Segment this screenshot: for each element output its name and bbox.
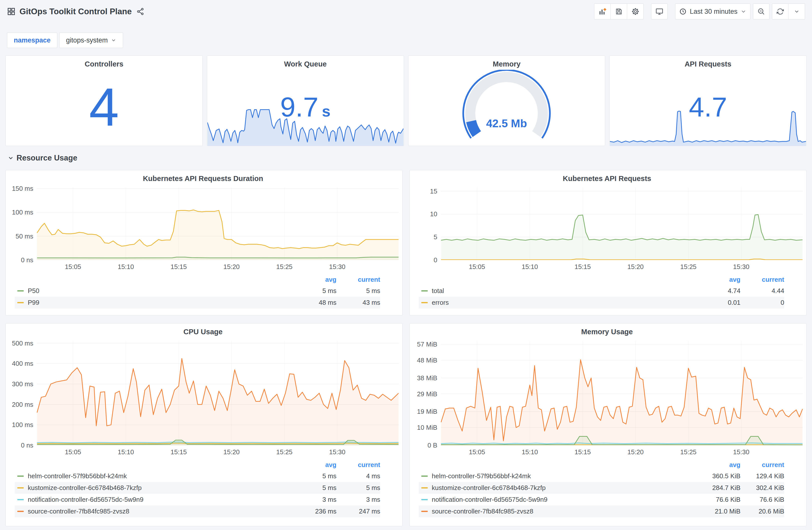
panel-title[interactable]: API Requests <box>610 56 806 70</box>
variable-label-namespace[interactable]: namespace <box>7 32 57 48</box>
series-current-value: 76.6 KiB <box>740 496 784 503</box>
x-tick-label: 15:25 <box>680 448 696 456</box>
top-bar: GitOps Toolkit Control Plane <box>5 0 807 23</box>
y-tick-label: 500 ms <box>12 339 33 347</box>
time-range-label: Last 30 minutes <box>690 8 738 15</box>
save-dashboard-button[interactable] <box>611 3 627 19</box>
series-avg-value: 48 ms <box>299 299 336 307</box>
page-title: GitOps Toolkit Control Plane <box>19 7 132 16</box>
plot-area[interactable] <box>37 341 399 445</box>
series-label[interactable]: helm-controller-57f9b56bbf-k24mk <box>432 472 703 480</box>
legend-sort-avg[interactable]: avg <box>703 461 740 469</box>
panel-title[interactable]: Kubernetes API Requests <box>411 170 803 184</box>
api-requests-value: 4.7 <box>610 93 806 121</box>
add-panel-button[interactable] <box>594 3 611 19</box>
series-avg-value: 5 ms <box>299 287 336 295</box>
share-icon[interactable] <box>136 8 144 15</box>
x-tick-label: 15:10 <box>522 263 538 271</box>
legend-row: kustomize-controller-6c6784b468-7kzfp5 m… <box>15 482 380 494</box>
legend-sort-avg[interactable]: avg <box>703 276 740 283</box>
legend-row: kustomize-controller-6c6784b468-7kzfp284… <box>419 482 784 494</box>
x-tick-label: 15:20 <box>627 263 644 271</box>
cycle-view-mode-button[interactable] <box>651 3 668 19</box>
series-color-dash <box>17 487 24 488</box>
x-axis: 15:0515:1015:1515:2015:2515:30 <box>37 260 399 271</box>
panel-title[interactable]: Work Queue <box>207 56 404 70</box>
legend: avgcurrenthelm-controller-57f9b56bbf-k24… <box>15 459 380 517</box>
refresh-interval-dropdown[interactable] <box>788 3 805 19</box>
x-tick-label: 15:30 <box>329 263 346 271</box>
y-tick-label: 0 B <box>427 442 437 449</box>
panel-k8s-api-requests-duration: Kubernetes API Requests Duration 0 ns50 … <box>5 170 403 315</box>
legend-sort-current[interactable]: current <box>336 461 380 469</box>
series-label[interactable]: P50 <box>28 287 299 295</box>
time-range-picker[interactable]: Last 30 minutes <box>675 3 751 19</box>
panel-title[interactable]: Memory Usage <box>411 324 803 337</box>
plot-area[interactable] <box>441 341 803 445</box>
x-tick-label: 15:20 <box>223 448 240 456</box>
y-axis: 0 ns100 ms200 ms300 ms400 ms500 ms <box>7 341 37 445</box>
y-tick-label: 300 ms <box>12 380 33 388</box>
panel-title[interactable]: Controllers <box>6 56 202 70</box>
plot-area[interactable] <box>37 188 399 260</box>
y-tick-label: 15 <box>430 188 437 195</box>
series-current-value: 3 ms <box>336 496 380 503</box>
series-color-dash <box>421 487 428 488</box>
legend-row: P9948 ms43 ms <box>15 297 380 309</box>
legend-sort-current[interactable]: current <box>740 276 784 283</box>
series-label[interactable]: total <box>432 287 703 295</box>
series-current-value: 20.6 MiB <box>740 507 784 515</box>
refresh-button[interactable] <box>772 3 788 19</box>
legend-sort-current[interactable]: current <box>336 276 380 283</box>
series-label[interactable]: kustomize-controller-6c6784b468-7kzfp <box>432 484 703 492</box>
y-tick-label: 0 ns <box>21 442 33 449</box>
panel-title[interactable]: Kubernetes API Requests Duration <box>7 170 399 184</box>
panel-title[interactable]: Memory <box>408 56 605 70</box>
work-queue-value: 9.7s <box>207 93 404 121</box>
dashboard-settings-button[interactable] <box>627 3 644 19</box>
zoom-out-button[interactable] <box>753 3 769 19</box>
chevron-down-icon <box>8 155 14 161</box>
y-tick-label: 19 MiB <box>417 408 437 415</box>
series-label[interactable]: source-controller-7fb84fc985-zvsz8 <box>432 507 703 515</box>
x-tick-label: 15:05 <box>469 448 485 456</box>
x-tick-label: 15:30 <box>329 448 346 456</box>
y-tick-label: 0 ns <box>21 256 33 264</box>
legend-sort-current[interactable]: current <box>740 461 784 469</box>
plot-area[interactable] <box>441 188 803 260</box>
x-tick-label: 15:25 <box>276 263 292 271</box>
series-color-dash <box>421 302 428 303</box>
legend: avgcurrenttotal4.744.44errors0.010 <box>419 274 784 309</box>
namespace-select[interactable]: gitops-system <box>59 32 123 48</box>
legend-row: source-controller-7fb84fc985-zvsz821.0 M… <box>419 505 784 517</box>
series-label[interactable]: notification-controller-6d56575dc-5w9n9 <box>28 496 299 503</box>
x-axis: 15:0515:1015:1515:2015:2515:30 <box>441 445 803 457</box>
y-axis: 0 B10 MiB19 MiB29 MiB38 MiB48 MiB57 MiB <box>411 341 441 445</box>
dashboard-grid-icon[interactable] <box>7 7 15 16</box>
work-queue-unit: s <box>322 103 331 120</box>
chart-row-1: Kubernetes API Requests Duration 0 ns50 … <box>5 170 807 315</box>
series-label[interactable]: errors <box>432 299 703 307</box>
series-label[interactable]: kustomize-controller-6c6784b468-7kzfp <box>28 484 299 492</box>
controllers-value: 4 <box>6 80 202 134</box>
series-avg-value: 236 ms <box>299 507 336 515</box>
clock-icon <box>679 8 687 15</box>
y-axis: 051015 <box>411 188 441 260</box>
panel-title[interactable]: CPU Usage <box>7 324 399 337</box>
x-tick-label: 15:10 <box>118 448 134 456</box>
dashboard-toolbar: Last 30 minutes <box>594 3 805 19</box>
x-tick-label: 15:05 <box>469 263 485 271</box>
x-tick-label: 15:30 <box>733 263 750 271</box>
series-label[interactable]: P99 <box>28 299 299 307</box>
series-label[interactable]: helm-controller-57f9b56bbf-k24mk <box>28 472 299 480</box>
legend-sort-avg[interactable]: avg <box>299 461 336 469</box>
panel-cpu-usage: CPU Usage 0 ns100 ms200 ms300 ms400 ms50… <box>5 323 403 526</box>
series-label[interactable]: source-controller-7fb84fc985-zvsz8 <box>28 507 299 515</box>
legend-sort-avg[interactable]: avg <box>299 276 336 283</box>
series-label[interactable]: notification-controller-6d56575dc-5w9n9 <box>432 496 703 503</box>
chevron-down-icon <box>111 38 116 43</box>
stat-row: Controllers 4 Work Queue 9.7s Memory 42.… <box>5 56 807 146</box>
section-resource-usage[interactable]: Resource Usage <box>5 146 807 170</box>
y-tick-label: 29 MiB <box>417 390 437 398</box>
series-avg-value: 5 ms <box>299 484 336 492</box>
